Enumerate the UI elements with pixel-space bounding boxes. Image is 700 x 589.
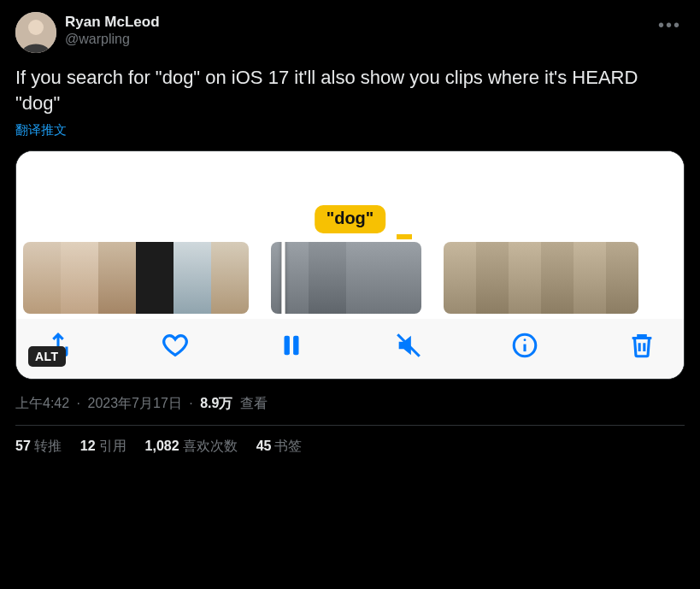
clip-frame	[444, 242, 476, 314]
clip-frame	[23, 242, 61, 314]
media-whitespace: "dog"	[16, 151, 684, 237]
tweet-meta: 上午4:42 · 2023年7月17日 · 8.9万 查看	[15, 395, 685, 413]
handle[interactable]: @warpling	[65, 31, 160, 47]
svg-rect-2	[285, 336, 290, 356]
views-count[interactable]: 8.9万	[200, 396, 232, 410]
stat-quotes[interactable]: 12引用	[80, 438, 126, 456]
svg-point-1	[28, 20, 44, 35]
clip-frame	[574, 242, 606, 314]
tweet-header: Ryan McLeod @warpling •••	[15, 12, 685, 53]
clip-frame	[211, 242, 249, 314]
translate-link[interactable]: 翻译推文	[15, 122, 685, 138]
clip-frame	[271, 242, 309, 314]
trash-icon[interactable]	[627, 331, 656, 360]
info-icon[interactable]	[510, 331, 539, 360]
tweet-text: If you search for "dog" on iOS 17 it'll …	[15, 65, 685, 115]
tweet-stats: 57转推 12引用 1,082喜欢次数 45书签	[15, 426, 685, 461]
stat-retweets[interactable]: 57转推	[15, 438, 62, 456]
clip-group[interactable]	[444, 242, 638, 314]
video-timeline[interactable]	[16, 237, 684, 319]
alt-badge[interactable]: ALT	[28, 346, 66, 367]
views-label: 查看	[240, 396, 268, 410]
clip-group[interactable]	[23, 242, 249, 314]
author-names: Ryan McLeod @warpling	[65, 14, 160, 48]
clip-frame	[384, 242, 421, 314]
playhead[interactable]	[281, 242, 285, 314]
clip-frame	[309, 242, 346, 314]
svg-rect-3	[293, 336, 298, 356]
tweet-date[interactable]: 2023年7月17日	[88, 396, 182, 410]
mute-icon[interactable]	[394, 331, 423, 360]
clip-frame	[509, 242, 541, 314]
clip-frame	[346, 242, 384, 314]
avatar[interactable]	[15, 12, 56, 53]
clip-group[interactable]	[271, 242, 421, 314]
heart-icon[interactable]	[161, 331, 190, 360]
tweet-time[interactable]: 上午4:42	[15, 396, 69, 410]
clip-frame	[606, 242, 638, 314]
media-card[interactable]: "dog"	[15, 150, 685, 380]
stat-bookmarks[interactable]: 45书签	[256, 438, 303, 456]
clip-frame	[541, 242, 574, 314]
clip-frame	[61, 242, 98, 314]
search-term-chip: "dog"	[315, 205, 386, 233]
display-name[interactable]: Ryan McLeod	[65, 14, 160, 31]
more-icon[interactable]: •••	[655, 12, 685, 38]
clip-frame	[98, 242, 136, 314]
clip-frame	[476, 242, 509, 314]
tweet-container: Ryan McLeod @warpling ••• If you search …	[0, 0, 700, 469]
clip-frame	[136, 242, 174, 314]
media-toolbar	[16, 319, 684, 379]
svg-point-7	[524, 339, 526, 342]
chip-tick	[397, 234, 412, 239]
stat-likes[interactable]: 1,082喜欢次数	[145, 438, 238, 456]
clip-frame	[174, 242, 211, 314]
pause-icon[interactable]	[277, 331, 306, 360]
